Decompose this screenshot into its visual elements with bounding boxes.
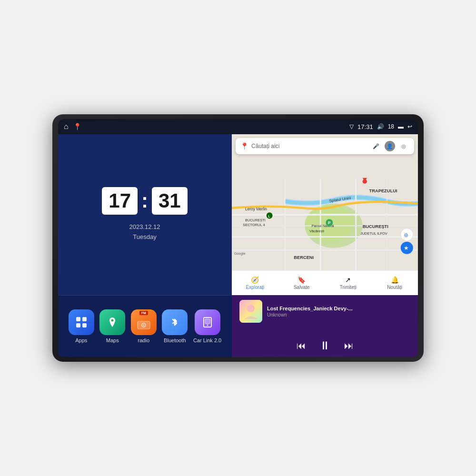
clock-widget: 17 : 31 2023.12.12 Tuesday xyxy=(58,134,232,295)
status-bar-left: ⌂ 📍 xyxy=(64,122,81,131)
saved-label: Salvate xyxy=(294,285,309,290)
svg-rect-34 xyxy=(76,317,80,321)
map-nav-explore[interactable]: 🧭 Explorați xyxy=(232,274,278,292)
news-label: Noutăți xyxy=(387,285,402,290)
svg-text:BUCUREȘTI: BUCUREȘTI xyxy=(245,218,266,222)
clock-minute: 31 xyxy=(152,187,188,215)
apps-grid-icon xyxy=(75,316,88,329)
clock-colon: : xyxy=(141,189,148,212)
svg-text:BUCUREȘTI: BUCUREȘTI xyxy=(363,224,388,229)
maps-label: Maps xyxy=(106,337,119,343)
music-info-row: Lost Frequencies_Janieck Devy-... Unknow… xyxy=(239,300,410,323)
date-text: 2023.12.12 xyxy=(129,222,160,232)
svg-text:BERCENI: BERCENI xyxy=(294,255,314,260)
bluetooth-symbol-icon xyxy=(168,316,181,329)
svg-text:Leroy Merlin: Leroy Merlin xyxy=(245,207,267,211)
status-bar-right: ▽ 17:31 🔊 18 ▬ ↩ xyxy=(349,123,412,130)
music-controls: ⏮ ⏸ ⏭ xyxy=(239,339,410,352)
play-pause-button[interactable]: ⏸ xyxy=(319,339,331,352)
carlink-label: Car Link 2.0 xyxy=(193,337,221,343)
svg-text:Google: Google xyxy=(234,251,246,256)
svg-text:⊕: ⊕ xyxy=(404,232,408,238)
map-widget[interactable]: BERCENI TRAPEZULUI BUCUREȘTI JUDEȚUL ILF… xyxy=(232,134,418,295)
status-bar: ⌂ 📍 ▽ 17:31 🔊 18 ▬ ↩ xyxy=(58,119,418,134)
svg-rect-36 xyxy=(76,323,80,327)
day-text: Tuesday xyxy=(129,232,160,242)
svg-point-41 xyxy=(143,325,144,326)
svg-text:L: L xyxy=(268,214,270,218)
app-item-maps[interactable]: Maps xyxy=(99,309,125,343)
map-search-icons: 🎤 👤 ◎ xyxy=(370,140,409,152)
svg-text:JUDEȚUL ILFOV: JUDEȚUL ILFOV xyxy=(360,231,387,236)
svg-point-44 xyxy=(207,325,208,326)
svg-rect-37 xyxy=(82,323,87,327)
news-icon: 🔔 xyxy=(391,276,399,284)
svg-text:TRAPEZULUI: TRAPEZULUI xyxy=(369,188,397,193)
maps-pin-icon xyxy=(106,316,119,329)
clock-hour: 17 xyxy=(102,187,138,215)
maps-logo: 📍 xyxy=(240,142,248,150)
maps-icon-wrapper xyxy=(99,309,125,335)
apps-icon-wrapper xyxy=(69,309,94,335)
app-item-radio[interactable]: FM radio xyxy=(131,309,157,343)
svg-text:SECTORUL 4: SECTORUL 4 xyxy=(243,223,265,227)
radio-icon-wrapper: FM xyxy=(131,309,157,335)
map-nav-news[interactable]: 🔔 Noutăți xyxy=(371,274,418,292)
map-nav-share[interactable]: ↗ Trimiteți xyxy=(325,274,372,292)
album-art xyxy=(239,300,262,323)
radio-label: radio xyxy=(138,337,149,343)
apps-label: Apps xyxy=(75,337,87,343)
navigation-icon[interactable]: 📍 xyxy=(73,123,81,130)
album-art-image xyxy=(239,300,262,323)
date-display: 2023.12.12 Tuesday xyxy=(129,222,160,242)
main-content: 17 : 31 2023.12.12 Tuesday xyxy=(58,134,418,357)
search-placeholder: Căutați aici xyxy=(251,143,367,149)
svg-rect-35 xyxy=(82,317,87,321)
volume-level: 18 xyxy=(388,123,394,130)
svg-point-28 xyxy=(363,179,367,184)
music-title: Lost Frequencies_Janieck Devy-... xyxy=(267,306,410,311)
carlink-icon-wrapper xyxy=(195,309,220,335)
bluetooth-icon-wrapper xyxy=(162,309,188,335)
svg-point-46 xyxy=(247,305,255,312)
explore-icon: 🧭 xyxy=(251,276,259,284)
next-button[interactable]: ⏭ xyxy=(344,340,354,351)
map-search-bar[interactable]: 📍 Căutați aici 🎤 👤 ◎ xyxy=(236,138,414,154)
app-item-carlink[interactable]: Car Link 2.0 xyxy=(193,309,221,343)
app-item-apps[interactable]: Apps xyxy=(69,309,94,343)
svg-text:Văcărești: Văcărești xyxy=(309,229,324,233)
saved-icon: 🔖 xyxy=(298,276,306,284)
radio-speaker-icon xyxy=(137,319,151,330)
svg-text:P: P xyxy=(328,220,331,225)
prev-button[interactable]: ⏮ xyxy=(297,340,306,351)
carlink-icon xyxy=(201,316,214,329)
app-dock: Apps Maps FM xyxy=(58,295,232,357)
explore-label: Explorați xyxy=(246,285,264,290)
map-inner: BERCENI TRAPEZULUI BUCUREȘTI JUDEȚUL ILF… xyxy=(232,134,418,295)
share-icon: ↗ xyxy=(345,276,351,284)
layers-icon[interactable]: ◎ xyxy=(398,140,409,152)
album-art-svg xyxy=(239,300,262,323)
home-icon[interactable]: ⌂ xyxy=(64,122,69,131)
svg-point-38 xyxy=(111,319,114,322)
app-item-bluetooth[interactable]: Bluetooth xyxy=(162,309,188,343)
screen: ⌂ 📍 ▽ 17:31 🔊 18 ▬ ↩ 17 : 31 xyxy=(58,119,418,357)
clock-display: 17 : 31 xyxy=(102,187,187,215)
back-icon[interactable]: ↩ xyxy=(407,123,412,130)
music-player: Lost Frequencies_Janieck Devy-... Unknow… xyxy=(232,295,418,357)
car-head-unit: ⌂ 📍 ▽ 17:31 🔊 18 ▬ ↩ 17 : 31 xyxy=(52,114,424,362)
battery-icon: ▬ xyxy=(398,123,404,130)
signal-icon: ▽ xyxy=(349,123,354,130)
svg-text:★: ★ xyxy=(404,245,409,251)
music-text: Lost Frequencies_Janieck Devy-... Unknow… xyxy=(267,306,410,317)
voice-search-icon[interactable]: 🎤 xyxy=(370,140,382,152)
music-artist: Unknown xyxy=(267,312,410,317)
status-time: 17:31 xyxy=(357,123,373,130)
svg-rect-43 xyxy=(205,319,210,324)
volume-icon: 🔊 xyxy=(377,123,384,130)
account-icon[interactable]: 👤 xyxy=(385,141,395,151)
map-bottom-nav: 🧭 Explorați 🔖 Salvate ↗ Trimiteți 🔔 xyxy=(232,270,418,295)
map-nav-saved[interactable]: 🔖 Salvate xyxy=(278,274,325,292)
bluetooth-label: Bluetooth xyxy=(164,337,186,343)
share-label: Trimiteți xyxy=(340,285,357,290)
